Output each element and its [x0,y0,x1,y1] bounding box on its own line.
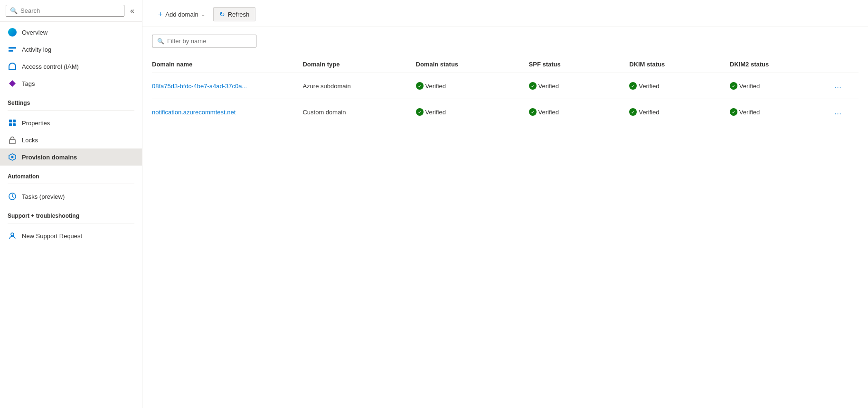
cell-row-actions: … [830,99,859,125]
sidebar-item-access-control[interactable]: Access control (IAM) [0,58,142,75]
locks-icon [8,135,17,145]
row-actions-button[interactable]: … [830,106,846,118]
col-header-domain-name: Domain name [152,56,302,73]
sidebar-nav-automation: Tasks (preview) [0,186,142,207]
search-input[interactable] [20,7,120,14]
sidebar-item-label: Access control (IAM) [22,63,79,70]
cell-dkim-status: ✓ Verified [629,99,730,125]
sidebar-item-provision-domains[interactable]: Provision domains [0,148,142,166]
filter-search-icon: 🔍 [157,38,164,45]
cell-domain-status: ✓ Verified [416,73,529,99]
sidebar-item-label: Properties [22,120,50,127]
cell-domain-name: 08fa75d3-bfdc-4be7-a4ad-37c0a... [152,73,302,99]
cell-domain-type: Custom domain [302,99,415,125]
automation-section-label: Automation [0,167,142,182]
collapse-sidebar-button[interactable]: « [128,6,136,16]
dkim2-verified-icon: ✓ [730,82,737,90]
sidebar-item-label: Activity log [22,46,51,53]
table-row: notification.azurecommtest.net Custom do… [152,99,859,125]
domain-status-badge: ✓ Verified [416,82,446,90]
automation-divider [8,184,134,184]
cell-dkim2-status: ✓ Verified [730,99,830,125]
dkim-status-badge: ✓ Verified [629,82,659,90]
dkim-status-badge: ✓ Verified [629,108,659,116]
sidebar-nav-top: Overview Activity log Access control (IA… [0,22,142,94]
cell-spf-status: ✓ Verified [529,99,630,125]
spf-status-badge: ✓ Verified [529,82,559,90]
tags-icon [8,79,17,88]
sidebar-item-tags[interactable]: Tags [0,75,142,92]
cell-domain-status: ✓ Verified [416,99,529,125]
sidebar-item-activity-log[interactable]: Activity log [0,41,142,58]
dkim-verified-icon: ✓ [629,108,637,116]
sidebar-item-tasks-preview[interactable]: Tasks (preview) [0,188,142,205]
add-domain-label: Add domain [165,11,198,18]
sidebar-item-label: Tags [22,80,35,87]
col-header-domain-type: Domain type [302,56,415,73]
col-header-domain-status: Domain status [416,56,529,73]
refresh-icon: ↻ [219,10,225,18]
filter-input-wrap[interactable]: 🔍 [152,35,256,47]
filter-row: 🔍 [152,35,859,47]
cell-domain-name: notification.azurecommtest.net [152,99,302,125]
col-header-dkim-status: DKIM status [629,56,730,73]
tasks-icon [8,192,17,201]
support-icon [8,231,17,241]
content-area: 🔍 Domain name Domain type Domain status [142,27,868,408]
add-icon: + [158,10,162,19]
svg-point-4 [11,233,14,236]
svg-point-2 [11,156,14,158]
sidebar-item-overview[interactable]: Overview [0,24,142,41]
support-section-label: Support + troubleshooting [0,207,142,221]
dkim2-verified-icon: ✓ [730,108,737,116]
properties-icon [8,118,17,128]
dkim2-status-badge: ✓ Verified [730,82,760,90]
table-row: 08fa75d3-bfdc-4be7-a4ad-37c0a... Azure s… [152,73,859,99]
spf-status-badge: ✓ Verified [529,108,559,116]
col-header-actions [830,56,859,73]
refresh-button[interactable]: ↻ Refresh [213,7,256,21]
support-divider [8,223,134,223]
activity-log-icon [8,45,17,54]
sidebar-search-row: 🔍 « [0,0,142,22]
cell-row-actions: … [830,73,859,99]
domain-name-link[interactable]: notification.azurecommtest.net [152,109,236,116]
table-body: 08fa75d3-bfdc-4be7-a4ad-37c0a... Azure s… [152,73,859,125]
sidebar-search-box[interactable]: 🔍 [6,5,124,17]
provision-domains-icon [8,152,17,162]
sidebar-item-label: Overview [22,29,47,36]
settings-divider [8,110,134,111]
domain-status-badge: ✓ Verified [416,108,446,116]
dkim2-status-badge: ✓ Verified [730,108,760,116]
spf-verified-icon: ✓ [529,108,537,116]
settings-section-label: Settings [0,94,142,108]
sidebar-item-label: Locks [22,137,38,144]
sidebar-item-locks[interactable]: Locks [0,131,142,148]
toolbar: + Add domain ⌄ ↻ Refresh [142,0,868,27]
sidebar-item-new-support-request[interactable]: New Support Request [0,227,142,244]
refresh-label: Refresh [228,11,250,18]
sidebar-item-label: Provision domains [22,154,77,161]
sidebar-item-properties[interactable]: Properties [0,114,142,131]
cell-spf-status: ✓ Verified [529,73,630,99]
cell-dkim-status: ✓ Verified [629,73,730,99]
sidebar-item-label: Tasks (preview) [22,193,65,200]
table-header: Domain name Domain type Domain status SP… [152,56,859,73]
sidebar-nav-support: New Support Request [0,225,142,246]
row-actions-button[interactable]: … [830,80,846,92]
domain-name-link[interactable]: 08fa75d3-bfdc-4be7-a4ad-37c0a... [152,83,247,90]
cell-dkim2-status: ✓ Verified [730,73,830,99]
add-domain-button[interactable]: + Add domain ⌄ [152,7,211,22]
chevron-down-icon: ⌄ [201,12,205,17]
dkim-verified-icon: ✓ [629,82,637,90]
verified-icon: ✓ [416,82,424,90]
domain-table: Domain name Domain type Domain status SP… [152,56,859,125]
iam-icon [8,62,17,71]
spf-verified-icon: ✓ [529,82,537,90]
main-content: + Add domain ⌄ ↻ Refresh 🔍 Domain name [142,0,868,408]
overview-icon [8,28,17,37]
search-icon: 🔍 [10,7,18,14]
sidebar: 🔍 « Overview Activity log Access control… [0,0,142,408]
filter-input[interactable] [167,37,251,45]
col-header-spf-status: SPF status [529,56,630,73]
